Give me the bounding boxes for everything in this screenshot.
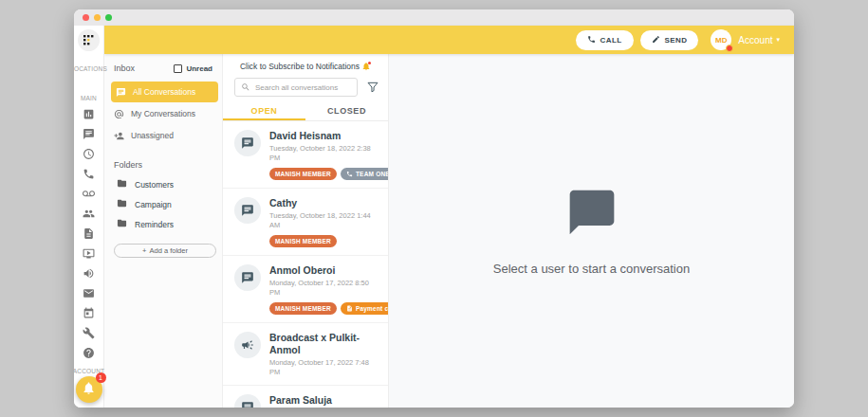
notifications-bell-button[interactable]: 1 — [76, 376, 102, 403]
contacts-icon[interactable] — [83, 208, 95, 220]
user-avatar[interactable]: MD — [711, 29, 731, 50]
window-titlebar — [74, 9, 794, 26]
conversation-tag[interactable]: MANISH MEMBER — [269, 302, 337, 315]
conversation-row[interactable]: Param Saluja Monday, October 17, 2022 3:… — [223, 386, 388, 408]
add-folder-button[interactable]: + Add a folder — [114, 244, 216, 258]
folder-item[interactable]: Reminders — [104, 214, 222, 234]
empty-state-text: Select a user to start a conversation — [493, 262, 690, 276]
conversation-tag[interactable]: MANISH MEMBER — [269, 168, 337, 180]
conversation-row[interactable]: Anmol Oberoi Monday, October 17, 2022 8:… — [223, 256, 388, 323]
conversation-list: David Heisnam Tuesday, October 18, 2022 … — [223, 121, 388, 408]
conversation-row[interactable]: Broadcast x Pulkit-Anmol Monday, October… — [223, 323, 388, 386]
conversation-row[interactable]: David Heisnam Tuesday, October 18, 2022 … — [223, 121, 388, 189]
bell-icon — [361, 62, 371, 71]
search-input[interactable] — [255, 83, 351, 92]
chat-avatar-icon — [234, 197, 261, 224]
chat-avatar-icon — [234, 394, 261, 408]
inbox-title: Inbox — [114, 63, 135, 73]
empty-conversation-area: Select a user to start a conversation — [389, 54, 794, 408]
conversation-row[interactable]: Cathy Tuesday, October 18, 2022 1:44 AM … — [223, 189, 388, 256]
tools-icon[interactable] — [83, 327, 95, 339]
inbox-item-1[interactable]: My Conversations — [104, 103, 222, 124]
unread-filter[interactable]: Unread — [174, 64, 212, 73]
search-box — [234, 78, 358, 97]
call-button[interactable]: CALL — [576, 30, 634, 50]
zoom-window-button[interactable] — [105, 14, 112, 21]
chat-icon[interactable] — [83, 128, 95, 140]
account-menu[interactable]: Account ▾ — [738, 35, 780, 45]
unread-checkbox[interactable] — [174, 64, 182, 73]
conversation-date: Tuesday, October 18, 2022 2:38 PM — [269, 144, 379, 163]
conversation-name: Anmol Oberoi — [269, 264, 379, 277]
avatar-status-dot — [726, 45, 733, 52]
folder-icon — [117, 218, 127, 230]
conversation-date: Tuesday, October 18, 2022 1:44 AM — [269, 211, 379, 230]
conversation-date: Monday, October 17, 2022 7:48 PM — [269, 358, 379, 377]
audio-icon[interactable] — [83, 267, 95, 280]
calendar-icon[interactable] — [83, 307, 95, 319]
conversation-tabs: OPENCLOSED — [223, 102, 388, 121]
document-icon — [346, 305, 353, 313]
rail-main-label: MAIN — [81, 95, 97, 101]
conversation-name: David Heisnam — [269, 130, 379, 142]
chat-bubble-icon — [565, 186, 619, 243]
filter-icon[interactable] — [366, 81, 379, 94]
conversation-date: Monday, October 17, 2022 8:50 PM — [269, 279, 379, 298]
inbox-item-0[interactable]: All Conversations — [111, 82, 218, 102]
minimize-window-button[interactable] — [94, 14, 101, 21]
phone-icon[interactable] — [83, 168, 95, 180]
tab-closed[interactable]: CLOSED — [305, 102, 388, 120]
close-window-button[interactable] — [83, 14, 89, 21]
conversation-tag[interactable]: TEAM ONE — [341, 168, 388, 180]
megaphone-avatar-icon — [234, 332, 261, 358]
dashboard-icon[interactable] — [83, 108, 95, 120]
clock-icon[interactable] — [83, 148, 95, 160]
phone-icon — [346, 171, 353, 178]
help-icon[interactable] — [83, 347, 95, 359]
video-icon[interactable] — [83, 247, 95, 260]
chevron-down-icon: ▾ — [776, 36, 780, 44]
conversation-list-panel: Click to Subscribe to Notifications OPEN… — [223, 54, 389, 408]
conversation-tag[interactable]: Payment col... — [341, 302, 388, 315]
chat-avatar-icon — [234, 264, 261, 291]
conversation-name: Param Saluja — [269, 394, 379, 407]
inbox-sidebar: Inbox Unread All Conversations My Conver… — [104, 54, 223, 408]
conversation-name: Cathy — [269, 197, 379, 209]
inbox-item-2[interactable]: Unassigned — [104, 125, 222, 146]
folder-item[interactable]: Customers — [104, 174, 222, 194]
folder-icon — [117, 178, 127, 190]
top-bar: CALL SEND MD Account ▾ — [104, 26, 794, 54]
left-nav-rail: LOCATIONS MAIN ACCOUNT 1 — [74, 26, 104, 408]
search-icon — [241, 79, 250, 96]
folders-title: Folders — [114, 160, 222, 170]
app-window: LOCATIONS MAIN ACCOUNT 1 CALL SEND — [74, 9, 794, 408]
tab-open[interactable]: OPEN — [223, 102, 305, 120]
notification-count-badge: 1 — [96, 372, 106, 383]
folder-item[interactable]: Campaign — [104, 194, 222, 214]
subscribe-notifications-link[interactable]: Click to Subscribe to Notifications — [223, 54, 388, 73]
send-button[interactable]: SEND — [640, 30, 699, 50]
email-icon[interactable] — [83, 287, 95, 299]
document-icon[interactable] — [83, 227, 95, 240]
chat-avatar-icon — [234, 130, 261, 156]
folder-icon — [117, 198, 127, 210]
plus-icon: + — [142, 246, 146, 255]
rail-locations-label: LOCATIONS — [74, 65, 107, 72]
phone-icon — [587, 35, 596, 45]
bell-icon — [82, 381, 96, 399]
voicemail-icon[interactable] — [83, 188, 95, 200]
conversation-name: Broadcast x Pulkit-Anmol — [269, 332, 379, 356]
conversation-tag[interactable]: MANISH MEMBER — [269, 235, 337, 247]
pencil-icon — [652, 35, 660, 45]
app-logo-icon[interactable] — [78, 29, 100, 51]
